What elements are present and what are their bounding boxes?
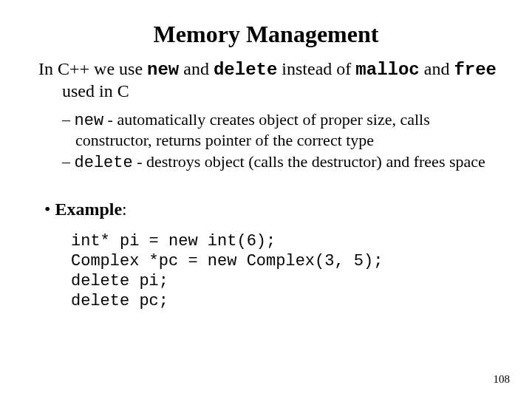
intro-text: used in C [62,81,129,100]
example-colon: : [122,200,127,219]
example-label: Example [55,200,122,219]
list-item-text: - automatically creates object of proper… [75,110,430,150]
slide-body: In C++ we use new and delete instead of … [0,58,532,312]
intro-text: and [179,59,214,78]
page-number: 108 [494,373,511,386]
keyword-malloc: malloc [355,60,419,80]
list-item: – new - automatically creates object of … [62,110,497,151]
keyword-free: free [454,60,497,80]
list-item-text: - destroys object (calls the destructor)… [133,152,485,171]
intro-paragraph: In C++ we use new and delete instead of … [38,58,497,103]
keyword-delete: delete [214,60,277,80]
sub-list: – new - automatically creates object of … [38,110,497,174]
keyword-new: new [147,60,179,80]
list-item: – delete - destroys object (calls the de… [62,152,497,174]
dash-icon: – [62,152,75,171]
example-heading: • Example: [38,199,497,220]
dash-icon: – [62,110,75,129]
intro-text: instead of [277,59,355,78]
keyword-new: new [75,112,104,130]
intro-text: and [420,59,454,78]
intro-text: In C++ we use [38,59,147,78]
bullet-icon: • [44,200,55,219]
keyword-delete: delete [75,154,133,172]
code-block: int* pi = new int(6); Complex *pc = new … [38,232,497,311]
slide: Memory Management In C++ we use new and … [0,0,532,399]
slide-title: Memory Management [0,0,532,58]
